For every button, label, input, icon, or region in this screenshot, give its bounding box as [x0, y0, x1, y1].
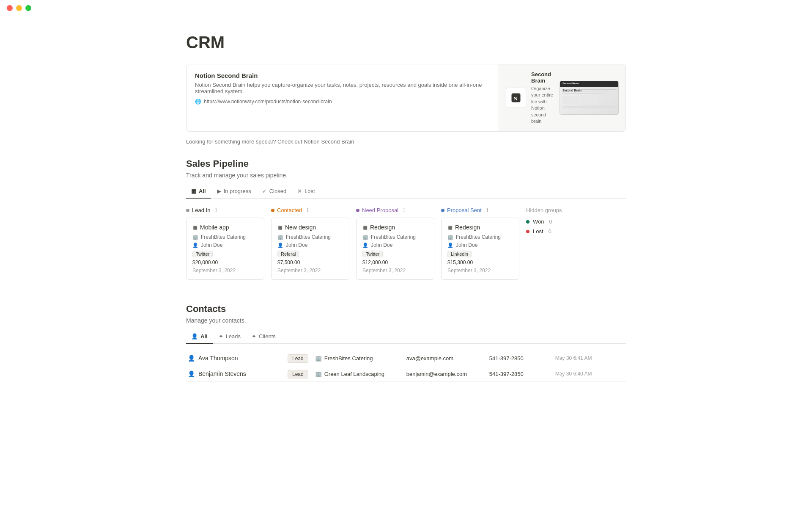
banner-url: 🌐 https://www.notionway.com/products/not…	[195, 99, 490, 105]
person-icon-2: 👤	[277, 243, 283, 248]
contact-badge-ava: Lead	[288, 354, 308, 363]
card-title-mobile-app: ▦ Mobile app	[192, 224, 258, 231]
hidden-groups-column: Hidden groups Won 0 Lost 0	[526, 207, 594, 238]
tab-in-progress[interactable]: ▶ In progress	[212, 185, 256, 199]
column-lead-in: Lead In 1 ▦ Mobile app 🏢 FreshBites Cate…	[186, 207, 264, 280]
window-chrome	[0, 0, 812, 16]
card-title-icon-2: ▦	[277, 224, 283, 231]
tab-all-label: All	[199, 188, 206, 194]
person-icon-ava: 👤	[188, 355, 195, 362]
card-person: John Doe	[201, 242, 222, 248]
dot-lead-in	[186, 209, 189, 212]
maximize-button[interactable]	[25, 5, 31, 11]
card-redesign-np[interactable]: ▦ Redesign 🏢 FreshBites Catering 👤 John …	[356, 218, 434, 280]
card-amount-2: $7,500.00	[277, 260, 343, 265]
hidden-groups-label: Hidden groups	[526, 207, 594, 213]
dot-proposal-sent	[441, 209, 444, 212]
page-content: CRM Notion Second Brain Notion Second Br…	[152, 16, 660, 399]
contact-company-benjamin: 🏢 Green Leaf Landscaping	[315, 371, 400, 377]
building-icon-benjamin: 🏢	[315, 371, 322, 377]
contact-badge-benjamin: Lead	[288, 370, 308, 378]
card-company-row-4: 🏢 FreshBites Catering	[447, 234, 513, 240]
contact-tab-all[interactable]: 👤 All	[186, 331, 213, 344]
contact-tab-all-label: All	[200, 333, 208, 340]
tab-in-progress-label: In progress	[224, 188, 251, 194]
dot-won	[526, 220, 529, 224]
sales-pipeline-title: Sales Pipeline	[186, 158, 626, 169]
card-tag: Twitter	[192, 251, 213, 257]
contacts-subtitle: Manage your contacts.	[186, 317, 626, 324]
screenshot-label: Second Brain	[562, 82, 579, 85]
contact-tab-clients-icon: ✦	[252, 333, 256, 340]
column-header-contacted: Contacted 1	[271, 207, 349, 213]
card-company-4: FreshBites Catering	[456, 234, 501, 240]
tab-closed-icon: ✓	[262, 188, 267, 194]
card-new-design[interactable]: ▦ New design 🏢 FreshBites Catering 👤 Joh…	[271, 218, 349, 280]
close-button[interactable]	[7, 5, 13, 11]
tab-all[interactable]: ▦ All	[186, 185, 211, 199]
card-title-redesign-ps: ▦ Redesign	[447, 224, 513, 231]
card-tag-2: Referal	[277, 251, 299, 257]
preview-brain-subtitle: Organize your entire life with Notion se…	[531, 86, 554, 124]
preview-screenshot: Second Brain	[560, 81, 619, 115]
person-icon: 👤	[192, 243, 198, 248]
looking-for-text: Looking for something more special? Chec…	[186, 138, 626, 145]
contact-row-ava[interactable]: 👤 Ava Thompson Lead 🏢 FreshBites Caterin…	[186, 351, 626, 366]
card-mobile-app[interactable]: ▦ Mobile app 🏢 FreshBites Catering 👤 Joh…	[186, 218, 264, 280]
card-title-redesign-np: ▦ Redesign	[362, 224, 428, 231]
card-person-row-3: 👤 John Doe	[362, 242, 428, 248]
card-person-2: John Doe	[286, 242, 307, 248]
card-tag-4: Linkedin	[447, 251, 472, 257]
card-redesign-ps[interactable]: ▦ Redesign 🏢 FreshBites Catering 👤 John …	[441, 218, 519, 280]
notion-logo: N	[506, 88, 526, 108]
hidden-group-won[interactable]: Won 0	[526, 218, 594, 225]
contact-company-text-ava: FreshBites Catering	[324, 355, 373, 362]
contact-name-text-ava: Ava Thompson	[198, 355, 238, 362]
person-icon-4: 👤	[447, 243, 453, 248]
contact-company-text-benjamin: Green Leaf Landscaping	[324, 371, 384, 377]
dot-lost	[526, 230, 529, 233]
contact-email-benjamin: benjamin@example.com	[406, 371, 483, 377]
building-icon-3: 🏢	[362, 235, 368, 240]
card-company: FreshBites Catering	[201, 234, 246, 240]
contact-row-benjamin[interactable]: 👤 Benjamin Stevens Lead 🏢 Green Leaf Lan…	[186, 366, 626, 382]
tab-closed-label: Closed	[269, 188, 286, 194]
hidden-group-lost[interactable]: Lost 0	[526, 228, 594, 235]
card-person-4: John Doe	[456, 242, 477, 248]
contact-tab-leads[interactable]: ✦ Leads	[214, 331, 246, 344]
card-company-3: FreshBites Catering	[371, 234, 416, 240]
tab-lost[interactable]: ✕ Lost	[292, 185, 320, 199]
sales-pipeline-tabs: ▦ All ▶ In progress ✓ Closed ✕ Lost	[186, 185, 626, 199]
sales-pipeline-section: Sales Pipeline Track and manage your sal…	[186, 158, 626, 287]
column-label-lead-in: Lead In	[192, 207, 210, 213]
contact-tab-leads-label: Leads	[226, 333, 241, 340]
contact-phone-ava: 541-397-2850	[489, 355, 549, 362]
column-contacted: Contacted 1 ▦ New design 🏢 FreshBites Ca…	[271, 207, 349, 280]
tab-closed[interactable]: ✓ Closed	[257, 185, 291, 199]
tab-lost-label: Lost	[304, 188, 315, 194]
hidden-group-lost-count: 0	[549, 228, 551, 235]
column-label-proposal-sent: Proposal Sent	[447, 207, 482, 213]
card-person-3: John Doe	[371, 242, 392, 248]
contact-tab-clients[interactable]: ✦ Clients	[247, 331, 281, 344]
card-company-2: FreshBites Catering	[286, 234, 331, 240]
card-date-2: September 3, 2022	[277, 268, 343, 273]
contact-email-ava: ava@example.com	[406, 355, 483, 362]
contact-date-benjamin: May 30 6:40 AM	[555, 371, 592, 377]
card-date-4: September 3, 2022	[447, 268, 513, 273]
contact-name-benjamin: 👤 Benjamin Stevens	[188, 370, 281, 377]
person-icon-benjamin: 👤	[188, 370, 195, 377]
column-header-proposal-sent: Proposal Sent 1	[441, 207, 519, 213]
card-title-text-3: Redesign	[370, 224, 395, 231]
banner-preview-inner: N Second Brain Organize your entire life…	[499, 64, 625, 131]
column-need-proposal: Need Proposal 1 ▦ Redesign 🏢 FreshBites …	[356, 207, 434, 280]
card-title-text-2: New design	[285, 224, 316, 231]
card-amount-3: $12,000.00	[362, 260, 428, 265]
minimize-button[interactable]	[16, 5, 22, 11]
contact-name-text-benjamin: Benjamin Stevens	[198, 370, 246, 377]
column-header-lead-in: Lead In 1	[186, 207, 264, 213]
card-date-3: September 3, 2022	[362, 268, 428, 273]
column-count-need-proposal: 1	[403, 207, 406, 213]
column-count-lead-in: 1	[214, 207, 217, 213]
notion-banner[interactable]: Notion Second Brain Notion Second Brain …	[186, 64, 626, 132]
